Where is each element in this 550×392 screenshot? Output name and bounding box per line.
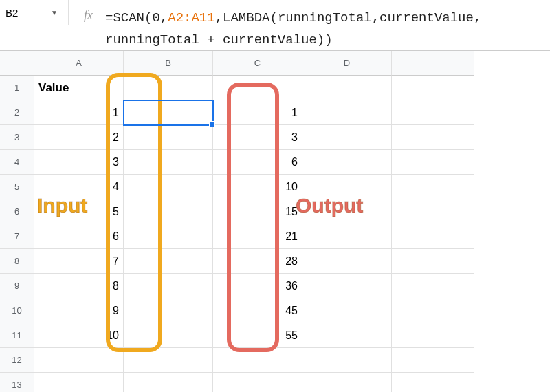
- cell[interactable]: [392, 175, 474, 199]
- cell[interactable]: [392, 298, 474, 323]
- cell[interactable]: [302, 100, 392, 125]
- cell[interactable]: 55: [213, 323, 302, 348]
- cell[interactable]: [124, 199, 213, 224]
- row-header[interactable]: 13: [0, 373, 34, 392]
- column-header[interactable]: B: [124, 51, 213, 76]
- row-header[interactable]: 11: [0, 323, 34, 348]
- row-header[interactable]: 3: [0, 125, 34, 150]
- row-header[interactable]: 5: [0, 175, 34, 199]
- cell[interactable]: 4: [34, 175, 124, 199]
- chevron-down-icon[interactable]: ▼: [51, 9, 58, 17]
- cell[interactable]: [124, 224, 213, 249]
- row-header[interactable]: 2: [0, 100, 34, 125]
- cell[interactable]: [392, 100, 474, 125]
- column-header[interactable]: D: [302, 51, 392, 76]
- grid[interactable]: ABCD1Value211323436541065157621872898361…: [0, 51, 550, 392]
- column-header[interactable]: [392, 51, 474, 76]
- cell[interactable]: [302, 199, 392, 224]
- column-header[interactable]: A: [34, 51, 124, 76]
- cell[interactable]: 2: [34, 125, 124, 150]
- cell[interactable]: [213, 348, 302, 373]
- cell[interactable]: 1: [34, 100, 124, 125]
- cell[interactable]: [34, 348, 124, 373]
- cell[interactable]: [124, 298, 213, 323]
- cell[interactable]: [213, 373, 302, 392]
- cell[interactable]: 6: [34, 224, 124, 249]
- cell[interactable]: [302, 323, 392, 348]
- cell[interactable]: 10: [34, 323, 124, 348]
- cell[interactable]: [302, 348, 392, 373]
- cell[interactable]: [302, 298, 392, 323]
- cell[interactable]: [392, 274, 474, 298]
- cell[interactable]: 15: [213, 199, 302, 224]
- row-header[interactable]: 6: [0, 199, 34, 224]
- row-header[interactable]: 12: [0, 348, 34, 373]
- column-header[interactable]: C: [213, 51, 302, 76]
- row-header[interactable]: 8: [0, 249, 34, 274]
- cell[interactable]: [124, 150, 213, 175]
- cell[interactable]: Value: [34, 76, 124, 100]
- row-header[interactable]: 4: [0, 150, 34, 175]
- cell[interactable]: 7: [34, 249, 124, 274]
- cell[interactable]: [392, 249, 474, 274]
- row-header[interactable]: 1: [0, 76, 34, 100]
- cell[interactable]: [124, 175, 213, 199]
- spreadsheet-area: ABCD1Value211323436541065157621872898361…: [0, 51, 550, 392]
- cell[interactable]: [392, 150, 474, 175]
- cell[interactable]: [302, 224, 392, 249]
- cell[interactable]: 45: [213, 298, 302, 323]
- cell[interactable]: [392, 373, 474, 392]
- cell[interactable]: [392, 76, 474, 100]
- corner-cell: [0, 51, 34, 76]
- formula-bar[interactable]: fx =SCAN(0,A2:A11,LAMBDA(runningTotal,cu…: [69, 0, 550, 50]
- cell[interactable]: [124, 76, 213, 100]
- cell[interactable]: [124, 274, 213, 298]
- cell[interactable]: 3: [213, 125, 302, 150]
- cell[interactable]: [124, 125, 213, 150]
- cell[interactable]: [392, 199, 474, 224]
- name-box-input[interactable]: [6, 7, 47, 19]
- fx-icon: fx: [74, 3, 105, 23]
- cell[interactable]: [302, 150, 392, 175]
- cell[interactable]: [302, 274, 392, 298]
- cell[interactable]: 28: [213, 249, 302, 274]
- cell[interactable]: [392, 348, 474, 373]
- cell[interactable]: [124, 348, 213, 373]
- cell[interactable]: [302, 125, 392, 150]
- cell[interactable]: 21: [213, 224, 302, 249]
- cell[interactable]: [392, 224, 474, 249]
- cell[interactable]: [124, 323, 213, 348]
- cell[interactable]: [213, 76, 302, 100]
- formula-text[interactable]: =SCAN(0,A2:A11,LAMBDA(runningTotal,curre…: [105, 3, 481, 52]
- row-header[interactable]: 9: [0, 274, 34, 298]
- cell[interactable]: [302, 175, 392, 199]
- row-header[interactable]: 7: [0, 224, 34, 249]
- cell[interactable]: [302, 249, 392, 274]
- cell[interactable]: 1: [213, 100, 302, 125]
- cell[interactable]: 8: [34, 274, 124, 298]
- cell[interactable]: [302, 76, 392, 100]
- cell[interactable]: [392, 125, 474, 150]
- cell[interactable]: 10: [213, 175, 302, 199]
- cell[interactable]: 6: [213, 150, 302, 175]
- name-box[interactable]: ▼: [0, 0, 69, 25]
- cell[interactable]: 5: [34, 199, 124, 224]
- cell[interactable]: 9: [34, 298, 124, 323]
- formula-bar-row: ▼ fx =SCAN(0,A2:A11,LAMBDA(runningTotal,…: [0, 0, 550, 51]
- cell[interactable]: [34, 373, 124, 392]
- cell[interactable]: [124, 373, 213, 392]
- row-header[interactable]: 10: [0, 298, 34, 323]
- cell[interactable]: [302, 373, 392, 392]
- cell[interactable]: [392, 323, 474, 348]
- cell[interactable]: 36: [213, 274, 302, 298]
- cell[interactable]: [124, 249, 213, 274]
- active-cell[interactable]: [124, 100, 213, 125]
- cell[interactable]: 3: [34, 150, 124, 175]
